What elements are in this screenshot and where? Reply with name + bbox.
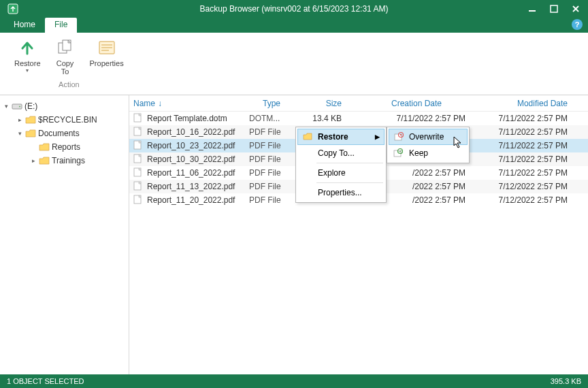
tree-recycle[interactable]: ▸ $RECYCLE.BIN — [0, 113, 129, 127]
folder-tree: ▾ (E:) ▸ $RECYCLE.BIN ▾ Documents Report… — [0, 95, 129, 374]
expand-icon[interactable]: ▸ — [30, 157, 37, 164]
minimize-button[interactable] — [523, 2, 542, 16]
status-selected: 1 OBJECT SELECTED — [7, 377, 84, 385]
file-type: PDF File — [249, 168, 294, 178]
folder-icon — [39, 156, 50, 165]
ribbon-group-action: Restore Copy To Properties Action — [5, 35, 133, 95]
restore-arrow-icon — [16, 37, 38, 58]
close-button[interactable] — [566, 2, 585, 16]
tree-label: Documents — [38, 129, 80, 138]
tree-label: (E:) — [24, 101, 37, 111]
ctx-explore[interactable]: Explore — [297, 165, 385, 181]
folder-open-icon — [25, 129, 36, 138]
folder-icon — [25, 115, 36, 125]
file-type: PDF File — [249, 141, 294, 150]
file-size: 13.4 KB — [294, 114, 362, 123]
col-name[interactable]: Name ↓ — [133, 99, 249, 108]
col-size[interactable]: Size — [294, 99, 362, 108]
ribbon-group-label: Action — [59, 80, 80, 88]
folder-icon — [39, 142, 50, 152]
file-icon — [133, 167, 143, 178]
file-icon — [133, 140, 143, 151]
maximize-button[interactable] — [544, 2, 564, 16]
collapse-icon[interactable]: ▾ — [3, 103, 10, 110]
tree-label: $RECYCLE.BIN — [38, 115, 97, 125]
file-icon — [133, 127, 143, 138]
context-menu: Restore ▶ Copy To... Explore Properties.… — [295, 127, 387, 203]
col-creation-date[interactable]: Creation Date — [362, 99, 471, 108]
file-type: PDF File — [249, 127, 294, 137]
file-type: PDF File — [249, 182, 294, 191]
file-icon — [133, 154, 143, 165]
file-name: Report Template.dotm — [147, 114, 227, 123]
tab-file[interactable]: File — [45, 18, 77, 33]
separator — [316, 163, 383, 163]
statusbar: 1 OBJECT SELECTED 395.3 KB — [0, 374, 588, 388]
col-modified-date[interactable]: Modified Date — [471, 99, 588, 108]
restore-label: Restore — [14, 59, 41, 67]
submenu-keep[interactable]: Keep — [389, 145, 468, 161]
expand-icon[interactable]: ▸ — [16, 116, 23, 123]
properties-icon — [96, 37, 118, 58]
file-list: Name ↓ Type Size Creation Date Modified … — [129, 95, 588, 374]
copy-to-label: Copy To — [56, 59, 74, 76]
file-modified-date: 7/11/2022 2:57 PM — [471, 168, 588, 178]
restore-button[interactable]: Restore — [10, 35, 46, 78]
tree-label: Reports — [52, 142, 80, 152]
file-icon — [133, 113, 143, 124]
submenu-overwrite[interactable]: Overwrite — [389, 129, 468, 145]
copy-to-button[interactable]: Copy To — [50, 35, 81, 78]
file-modified-date: 7/12/2022 2:57 PM — [471, 182, 588, 191]
file-name: Report_10_30_2022.pdf — [147, 155, 235, 164]
file-name: Report_11_13_2022.pdf — [147, 182, 235, 191]
properties-label: Properties — [90, 59, 124, 67]
properties-button[interactable]: Properties — [85, 35, 129, 78]
file-type: PDF File — [249, 155, 294, 164]
ribbon-tabstrip: Home File ? — [0, 18, 588, 33]
file-icon — [133, 195, 143, 206]
restore-submenu: Overwrite Keep — [387, 127, 470, 163]
submenu-label: Overwrite — [409, 132, 444, 142]
file-type: PDF File — [249, 195, 294, 205]
collapse-icon[interactable]: ▾ — [16, 130, 23, 137]
tree-trainings[interactable]: ▸ Trainings — [0, 154, 129, 167]
chevron-down-icon — [26, 67, 29, 74]
ctx-label: Copy To... — [318, 148, 355, 158]
drive-icon — [12, 101, 22, 111]
titlebar: File Tools Backup Browser (winsrv002 at … — [0, 0, 588, 18]
tree-label: Trainings — [52, 156, 85, 165]
separator — [316, 182, 383, 183]
status-size: 395.3 KB — [551, 377, 581, 385]
app-icon — [7, 3, 19, 15]
svg-rect-1 — [529, 10, 536, 12]
tree-reports[interactable]: Reports — [0, 140, 129, 154]
tree-drive-root[interactable]: ▾ (E:) — [0, 99, 129, 113]
file-modified-date: 7/11/2022 2:57 PM — [471, 127, 588, 137]
tab-home[interactable]: Home — [4, 18, 45, 33]
sort-down-icon: ↓ — [158, 99, 162, 108]
ctx-properties[interactable]: Properties... — [297, 184, 385, 201]
help-icon[interactable]: ? — [572, 19, 583, 30]
keep-icon — [393, 148, 404, 159]
svg-point-10 — [19, 106, 20, 108]
window-title: Backup Browser (winsrv002 at 6/15/2023 1… — [200, 4, 389, 14]
ctx-copy-to[interactable]: Copy To... — [297, 145, 385, 161]
ribbon: Restore Copy To Properties Action — [0, 33, 588, 95]
tree-documents[interactable]: ▾ Documents — [0, 127, 129, 140]
column-headers: Name ↓ Type Size Creation Date Modified … — [129, 95, 588, 112]
file-modified-date: 7/12/2022 2:57 PM — [471, 195, 588, 205]
file-creation-date: 7/11/2022 2:57 PM — [362, 114, 471, 123]
ctx-label: Properties... — [318, 188, 362, 197]
file-name: Report_10_16_2022.pdf — [147, 127, 235, 137]
col-type[interactable]: Type — [249, 99, 294, 108]
file-name: Report_11_20_2022.pdf — [147, 195, 235, 205]
file-name: Report_10_23_2022.pdf — [147, 141, 235, 150]
svg-rect-2 — [551, 5, 557, 12]
table-row[interactable]: Report Template.dotmDOTM...13.4 KB7/11/2… — [129, 112, 588, 125]
ctx-label: Restore — [318, 132, 348, 142]
file-type: DOTM... — [249, 114, 294, 123]
overwrite-icon — [393, 131, 404, 142]
ctx-restore[interactable]: Restore ▶ — [297, 129, 385, 145]
file-modified-date: 7/11/2022 2:57 PM — [471, 114, 588, 123]
submenu-label: Keep — [409, 148, 428, 158]
